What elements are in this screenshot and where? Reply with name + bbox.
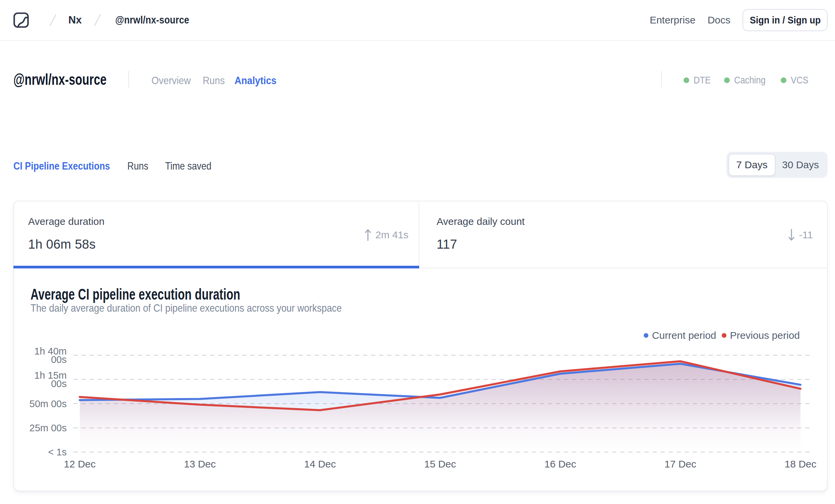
breadcrumb-workspace[interactable]: @nrwl/nx-source xyxy=(115,14,189,26)
range-option-30-days[interactable]: 30 Days xyxy=(775,159,826,170)
arrow-up-icon xyxy=(365,228,371,241)
stat-label: Average duration xyxy=(28,216,406,227)
stat-card-average-duration[interactable]: Average duration 1h 06m 58s 2m 41s xyxy=(14,201,419,268)
range-option-7-days[interactable]: 7 Days xyxy=(729,154,775,176)
svg-text:18 Dec: 18 Dec xyxy=(785,459,816,469)
status-item-dte: DTE xyxy=(684,74,713,86)
docs-link[interactable]: Docs xyxy=(708,15,731,26)
tab-analytics[interactable]: Analytics xyxy=(235,74,277,87)
stat-card-average-daily-count[interactable]: Average daily count 117 -11 xyxy=(419,201,827,268)
workspace-title: @nrwl/nx-source xyxy=(14,70,106,88)
svg-text:12 Dec: 12 Dec xyxy=(64,459,96,469)
tab-runs[interactable]: Runs xyxy=(203,74,225,87)
svg-text:16 Dec: 16 Dec xyxy=(544,459,576,469)
status-item-caching: Caching xyxy=(724,74,770,86)
trend-value: -11 xyxy=(799,229,813,241)
status-label-dte: DTE xyxy=(694,75,711,86)
tab-time-saved[interactable]: Time saved xyxy=(165,160,211,172)
sign-in-button[interactable]: Sign in / Sign up xyxy=(742,9,828,31)
duration-area-chart[interactable]: 1h 40m00s1h 15m00s50m 00s25m 00s< 1s12 D… xyxy=(14,268,827,490)
analytics-panel: Average duration 1h 06m 58s 2m 41s Avera… xyxy=(14,201,828,491)
stat-trend: -11 xyxy=(788,222,813,248)
trend-value: 2m 41s xyxy=(375,229,408,241)
sign-in-label: Sign in / Sign up xyxy=(750,15,820,26)
status-dot-green-icon xyxy=(781,77,787,83)
top-navigation-bar: Nx @nrwl/nx-source Enterprise Docs Sign … xyxy=(0,0,835,41)
svg-text:50m 00s: 50m 00s xyxy=(29,399,67,409)
svg-text:1h 40m00s: 1h 40m00s xyxy=(34,346,67,365)
date-range-toggle: 7 Days 30 Days xyxy=(727,152,828,178)
svg-text:13 Dec: 13 Dec xyxy=(184,459,216,469)
svg-text:1h 15m00s: 1h 15m00s xyxy=(34,370,67,389)
svg-text:15 Dec: 15 Dec xyxy=(424,459,456,469)
nx-cloud-analytics-page: Nx @nrwl/nx-source Enterprise Docs Sign … xyxy=(0,0,835,504)
svg-text:17 Dec: 17 Dec xyxy=(665,459,696,469)
breadcrumb-separator-icon xyxy=(48,13,57,27)
title-divider xyxy=(128,71,129,87)
tab-overview[interactable]: Overview xyxy=(151,74,191,87)
status-label-vcs: VCS xyxy=(791,75,808,86)
enterprise-link[interactable]: Enterprise xyxy=(650,15,696,26)
tab-ci-pipeline-executions[interactable]: CI Pipeline Executions xyxy=(14,160,110,172)
nx-cloud-logo-icon[interactable] xyxy=(14,13,29,28)
svg-text:< 1s: < 1s xyxy=(48,447,67,458)
svg-text:14 Dec: 14 Dec xyxy=(304,459,336,469)
status-label-caching: Caching xyxy=(734,75,766,86)
tab-analytics-runs[interactable]: Runs xyxy=(127,160,148,172)
stat-label: Average daily count xyxy=(436,216,815,227)
breadcrumb-separator-icon xyxy=(93,13,102,27)
breadcrumb-org[interactable]: Nx xyxy=(68,14,82,26)
stat-cards-row: Average duration 1h 06m 58s 2m 41s Avera… xyxy=(14,201,827,268)
topbar-right-group: Enterprise Docs Sign in / Sign up xyxy=(650,9,828,31)
status-dot-green-icon xyxy=(724,77,730,83)
status-item-vcs: VCS xyxy=(781,74,811,86)
stat-value: 1h 06m 58s xyxy=(28,237,406,252)
svg-text:25m 00s: 25m 00s xyxy=(29,423,67,433)
status-divider xyxy=(661,71,662,87)
chart-card: Average CI pipeline execution duration T… xyxy=(14,268,827,490)
arrow-down-icon xyxy=(788,228,795,241)
stat-value: 117 xyxy=(436,237,815,252)
stat-trend: 2m 41s xyxy=(365,222,408,248)
status-dot-green-icon xyxy=(684,77,689,83)
